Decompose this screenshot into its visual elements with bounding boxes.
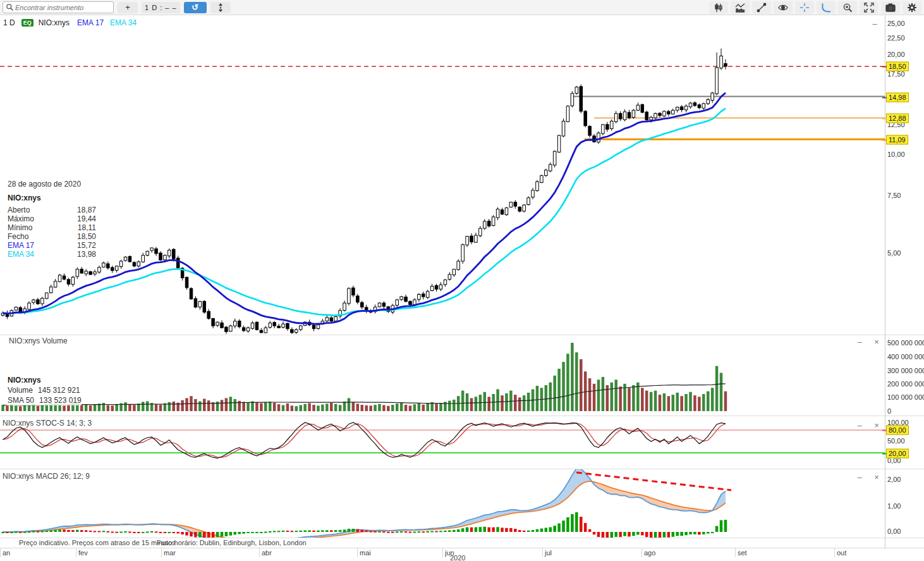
- volume-chart-canvas[interactable]: [0, 335, 885, 415]
- legend-ema17[interactable]: EMA 17: [77, 18, 104, 27]
- eye-icon: [778, 3, 788, 13]
- chart-legend: 1 D EQ NIO:xnys EMA 17 EMA 34: [3, 18, 137, 27]
- close-value: 18,50: [77, 232, 96, 241]
- year-label: 2020: [450, 554, 465, 561]
- month-label: out: [837, 549, 846, 557]
- panel-height-button[interactable]: [210, 2, 231, 13]
- month-tick: [641, 548, 642, 557]
- price-level-tag[interactable]: 14,98: [886, 93, 909, 102]
- price-axis-tick: 22,50: [887, 34, 905, 42]
- ema17-label: EMA 17: [8, 241, 34, 250]
- candlestick-chart-icon: [714, 3, 724, 13]
- close-label: Fecho: [8, 232, 28, 241]
- price-level-tag[interactable]: 18,50: [886, 62, 909, 71]
- screenshot-camera-icon: [885, 3, 896, 13]
- volume-minimize-button[interactable]: –: [854, 338, 865, 347]
- timezone-notice: Fuso horário: Dublin, Edinburgh, Lisbon,…: [157, 539, 307, 546]
- low-value: 18,11: [78, 223, 96, 232]
- volume-value: 145 312 921: [38, 386, 80, 395]
- tag-pointer: [882, 453, 887, 454]
- instrument-search[interactable]: [3, 1, 114, 13]
- volume-label: Volume: [8, 386, 33, 395]
- volume-bars-group: [1, 343, 727, 411]
- stoch-level-tag[interactable]: 80,00: [886, 426, 909, 435]
- month-tick: [442, 548, 443, 557]
- trendline-tool-button[interactable]: [752, 1, 771, 14]
- tag-pointer: [882, 118, 887, 119]
- month-tick: [542, 548, 543, 557]
- ema34-label: EMA 34: [8, 250, 34, 259]
- stoch-axis-tick: 50,00: [887, 437, 905, 445]
- macd-chart-canvas[interactable]: [0, 469, 885, 538]
- fullscreen-button[interactable]: [860, 1, 878, 14]
- price-chart-canvas[interactable]: [0, 15, 885, 334]
- price-level-tag[interactable]: 12,88: [886, 114, 909, 123]
- stoch-level-tag[interactable]: 20,00: [886, 449, 909, 459]
- ema17-line: [3, 93, 726, 324]
- vol-sma-value: 133 523 019: [39, 396, 82, 405]
- eye-button[interactable]: [774, 1, 793, 14]
- volume-axis-tick: 300 000 000: [887, 367, 924, 374]
- search-icon: [6, 3, 14, 11]
- legend-symbol[interactable]: NIO:xnys: [39, 18, 70, 27]
- month-tick: [259, 548, 260, 557]
- month-label: jul: [545, 549, 552, 557]
- high-value: 19,44: [77, 214, 96, 223]
- reset-zoom-button[interactable]: ↺: [184, 2, 207, 13]
- stoch-panel-title: NIO:xnys STOC-S 14; 3; 3: [3, 419, 92, 428]
- zoom-in-button[interactable]: [838, 1, 857, 14]
- open-label: Aberto: [8, 206, 30, 214]
- indicators-button[interactable]: [731, 1, 750, 14]
- macd-signal-line: [3, 481, 726, 538]
- price-axis-border: [885, 15, 885, 548]
- stoch-minimize-button[interactable]: –: [854, 421, 865, 430]
- candlestick-chart-button[interactable]: [709, 1, 728, 14]
- delayed-price-notice: Preço indicativo. Preços com atraso de 1…: [19, 539, 176, 546]
- trading-platform-window: + 1 D : – – ↺ 1 D EQ NIO:xnys EMA 17 EMA…: [0, 0, 924, 561]
- crosshair-button[interactable]: [795, 1, 814, 14]
- price-axis-tick: 10,00: [887, 151, 905, 158]
- month-label: abr: [262, 549, 272, 557]
- indicators-icon: [735, 3, 745, 13]
- macd-panel-title: NIO:xnys MACD 26; 12; 9: [3, 472, 90, 481]
- add-instrument-button[interactable]: +: [118, 2, 138, 13]
- low-label: Mínimo: [8, 223, 32, 232]
- open-value: 18,87: [77, 206, 96, 214]
- month-tick: [357, 548, 358, 557]
- legend-ema34[interactable]: EMA 34: [110, 18, 137, 27]
- macd-minimize-button[interactable]: –: [854, 473, 865, 482]
- auto-scale-button[interactable]: [817, 1, 836, 14]
- month-label: an: [3, 549, 10, 557]
- stoch-chart-canvas[interactable]: [0, 416, 885, 468]
- month-tick: [161, 548, 162, 557]
- row-height-icon: [217, 3, 224, 12]
- toolbar-right-icons: [707, 1, 921, 14]
- macd-axis-tick: 1,00: [887, 502, 901, 510]
- top-toolbar: + 1 D : – – ↺: [0, 0, 924, 15]
- equity-badge: EQ: [21, 19, 33, 27]
- legend-timeframe: 1 D: [3, 18, 15, 27]
- settings-gear-button[interactable]: [903, 1, 921, 14]
- price-axis-tick: 20,00: [887, 51, 905, 58]
- macd-axis-tick: 0,00: [887, 527, 901, 535]
- month-label: mar: [164, 549, 176, 557]
- volume-close-button[interactable]: ×: [872, 338, 882, 347]
- macd-fill-group: [3, 469, 726, 538]
- macd-line: [3, 469, 726, 538]
- search-input[interactable]: [14, 3, 111, 12]
- volume-panel-title: NIO:xnys Volume: [9, 336, 68, 345]
- auto-scale-icon: [821, 3, 831, 13]
- price-axis-tick: 17,50: [887, 70, 905, 78]
- stoch-close-button[interactable]: ×: [872, 421, 882, 430]
- ema34-value: 13,98: [77, 250, 96, 259]
- price-axis-tick: 5,00: [887, 249, 901, 257]
- tag-pointer: [882, 139, 887, 140]
- macd-close-button[interactable]: ×: [872, 473, 882, 482]
- screenshot-camera-button[interactable]: [881, 1, 900, 14]
- tag-pointer: [882, 97, 887, 98]
- minimize-button[interactable]: –: [870, 20, 880, 28]
- zoom-in-icon: [842, 3, 853, 13]
- price-level-tag[interactable]: 11,09: [886, 135, 908, 145]
- crosshair-icon: [799, 3, 810, 13]
- timeframe-button[interactable]: 1 D : – –: [142, 2, 180, 13]
